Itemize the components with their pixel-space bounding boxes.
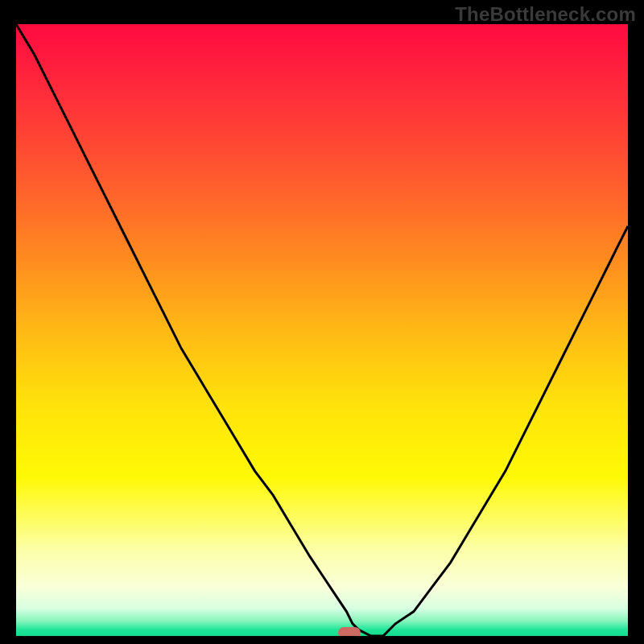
optimal-marker (338, 627, 361, 636)
bottleneck-curve (16, 24, 628, 636)
chart-frame: TheBottleneck.com (0, 0, 644, 644)
plot-area (16, 24, 628, 636)
watermark-text: TheBottleneck.com (455, 3, 636, 26)
